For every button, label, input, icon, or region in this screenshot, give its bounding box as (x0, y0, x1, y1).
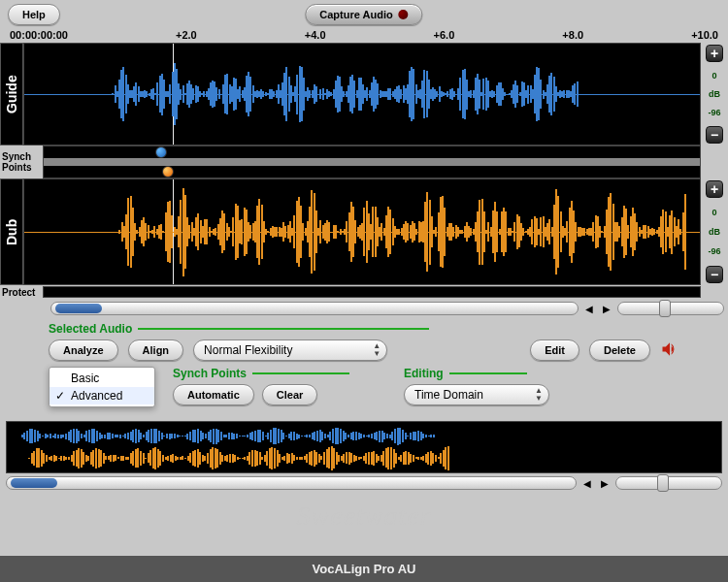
horizontal-scrollbar[interactable] (50, 302, 579, 315)
capture-audio-label: Capture Audio (319, 9, 392, 20)
timeline-tick: +10.0 (691, 29, 718, 41)
dub-track-label: Dub (0, 178, 23, 285)
synch-points-label: Synch Points (0, 146, 43, 178)
scroll-thumb[interactable] (11, 478, 57, 488)
divider-line (449, 372, 527, 374)
overview-scrollbar[interactable] (6, 476, 577, 490)
timeline-tick: +6.0 (434, 29, 455, 41)
timeline-ruler: 00:00:00:00 +2.0 +4.0 +6.0 +8.0 +10.0 (0, 29, 728, 43)
speaker-icon[interactable] (660, 340, 679, 361)
db-unit: dB (709, 227, 720, 237)
timeline-tick: +8.0 (562, 29, 583, 41)
settings-dropdown[interactable]: Basic Advanced (49, 367, 155, 407)
settings-option-basic[interactable]: Basic (50, 370, 154, 387)
analyze-button[interactable]: Analyze (49, 340, 118, 361)
db-bottom: -96 (708, 246, 720, 256)
synch-marker-guide[interactable] (155, 146, 167, 158)
selected-audio-heading: Selected Audio (49, 322, 132, 336)
capture-audio-button[interactable]: Capture Audio (305, 4, 422, 25)
overview-zoom-slider[interactable] (615, 476, 722, 490)
chevron-updown-icon: ▲▼ (373, 342, 381, 358)
watermark-text: Sweetwater (296, 501, 431, 532)
db-bottom: -96 (708, 108, 720, 117)
scroll-left-button[interactable]: ◀ (582, 302, 596, 315)
dub-db-scale: + 0 dB -96 − (701, 178, 728, 285)
chevron-updown-icon: ▲▼ (535, 387, 543, 403)
dub-zoom-in-button[interactable]: + (706, 180, 723, 198)
protect-label: Protect (0, 287, 43, 298)
zoom-handle[interactable] (659, 300, 671, 317)
dub-waveform[interactable] (23, 178, 701, 285)
scroll-left-button[interactable]: ◀ (580, 476, 594, 490)
guide-zoom-in-button[interactable]: + (706, 45, 723, 62)
align-button[interactable]: Align (128, 340, 184, 361)
overview-panel: ◀ ▶ (6, 421, 722, 493)
synch-points-heading: Synch Points (173, 367, 247, 380)
divider-line (138, 328, 429, 330)
clear-button[interactable]: Clear (262, 384, 318, 405)
flexibility-select[interactable]: Normal Flexibility ▲▼ (193, 340, 387, 361)
scroll-right-button[interactable]: ▶ (600, 302, 613, 315)
db-unit: dB (709, 89, 720, 99)
editing-mode-select[interactable]: Time Domain ▲▼ (404, 384, 549, 405)
protect-lane[interactable] (43, 286, 701, 298)
record-icon (399, 10, 409, 19)
footer-bar: VocALign Pro AU (0, 556, 728, 582)
top-toolbar: Help Capture Audio (0, 0, 728, 29)
db-top: 0 (711, 208, 716, 217)
guide-db-scale: + 0 dB -96 − (701, 43, 728, 146)
guide-waveform[interactable] (23, 43, 701, 146)
editing-mode-value: Time Domain (414, 388, 483, 402)
help-button[interactable]: Help (8, 4, 60, 25)
edit-button[interactable]: Edit (530, 340, 579, 361)
delete-button[interactable]: Delete (589, 340, 650, 361)
flexibility-value: Normal Flexibility (204, 343, 292, 357)
db-top: 0 (711, 71, 716, 81)
synch-points-lane[interactable] (43, 146, 701, 178)
zoom-slider[interactable] (617, 302, 724, 315)
guide-zoom-out-button[interactable]: − (706, 126, 723, 144)
app-title: VocALign Pro AU (313, 562, 416, 576)
automatic-button[interactable]: Automatic (173, 384, 254, 405)
guide-track-label: Guide (0, 43, 23, 146)
scroll-right-button[interactable]: ▶ (598, 476, 612, 490)
overview-waveform[interactable] (6, 421, 722, 473)
timeline-start: 00:00:00:00 (10, 29, 68, 41)
scroll-thumb[interactable] (55, 304, 102, 313)
editing-heading: Editing (404, 367, 444, 380)
divider-line (252, 372, 349, 374)
dub-zoom-out-button[interactable]: − (706, 266, 723, 283)
settings-option-advanced[interactable]: Advanced (50, 387, 154, 404)
timeline-tick: +4.0 (305, 29, 326, 41)
synch-marker-dub[interactable] (162, 166, 174, 178)
zoom-handle[interactable] (657, 474, 669, 492)
controls-panel: Selected Audio Analyze Align Normal Flex… (0, 318, 728, 417)
main-scrollbar-row: ◀ ▶ (0, 299, 728, 318)
timeline-tick: +2.0 (176, 29, 197, 41)
